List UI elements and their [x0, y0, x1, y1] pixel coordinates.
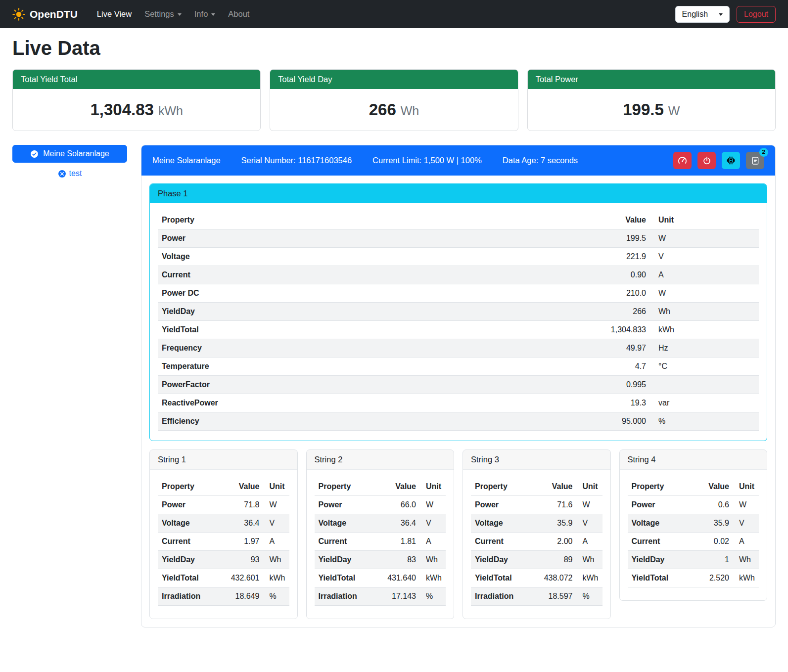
data-table: PropertyValueUnitPower66.0WVoltage36.4VC…: [315, 478, 446, 606]
value-cell: 93: [217, 551, 264, 569]
data-table: PropertyValueUnitPower71.6WVoltage35.9VC…: [471, 478, 603, 606]
property-cell: Current: [471, 533, 530, 551]
unit-cell: V: [264, 514, 289, 533]
unit-cell: A: [733, 533, 759, 551]
property-cell: Efficiency: [158, 412, 452, 431]
property-cell: PowerFactor: [158, 376, 452, 394]
nav-item-label: Info: [194, 9, 208, 19]
power-toggle-button[interactable]: [697, 152, 716, 169]
table-row: Voltage35.9V: [628, 514, 759, 533]
inverter-select-meine-solaranlage[interactable]: Meine Solaranlage: [12, 145, 127, 163]
table-row: Power66.0W: [315, 496, 446, 514]
property-cell: Current: [628, 533, 692, 551]
property-cell: Power: [471, 496, 530, 514]
device-info-button[interactable]: [722, 152, 740, 169]
table-header-row: PropertyValueUnit: [158, 211, 759, 229]
unit-cell: V: [420, 514, 446, 533]
unit-cell: kWh: [577, 569, 603, 587]
property-cell: YieldTotal: [471, 569, 530, 587]
event-log-button[interactable]: 2: [746, 152, 764, 169]
unit-cell: kWh: [733, 569, 759, 587]
string-card-title: String 1: [150, 450, 297, 470]
unit-cell: W: [264, 496, 289, 514]
summary-card-body: 199.5W: [528, 89, 775, 131]
table-row: PowerFactor0.995: [158, 376, 759, 394]
table-row: YieldDay266Wh: [158, 303, 759, 321]
unit-cell: kWh: [650, 321, 759, 339]
value-cell: 210.0: [452, 284, 650, 303]
logout-button[interactable]: Logout: [737, 6, 776, 23]
inverter-serial: Serial Number: 116171603546: [241, 156, 352, 165]
property-cell: Power: [628, 496, 692, 514]
value-cell: 199.5: [452, 229, 650, 248]
value-cell: 1.97: [217, 533, 264, 551]
column-header-value: Value: [452, 211, 650, 229]
table-row: Power0.6W: [628, 496, 759, 514]
column-header-property: Property: [158, 478, 217, 496]
value-cell: 0.02: [692, 533, 733, 551]
column-header-unit: Unit: [577, 478, 603, 496]
value-cell: 266: [452, 303, 650, 321]
string-card-1: String 1 PropertyValueUnitPower71.8WVolt…: [149, 449, 298, 619]
property-cell: Voltage: [315, 514, 374, 533]
value-cell: 95.000: [452, 412, 650, 431]
nav-item-info[interactable]: Info: [188, 5, 222, 23]
property-cell: YieldTotal: [158, 321, 452, 339]
chevron-down-icon: [178, 13, 182, 16]
table-row: YieldTotal1,304.833kWh: [158, 321, 759, 339]
inverter-data-age: Data Age: 7 seconds: [503, 156, 578, 165]
unit-cell: [650, 376, 759, 394]
summary-card-unit: Wh: [401, 104, 419, 118]
nav-item-live-view[interactable]: Live View: [91, 5, 138, 23]
column-header-unit: Unit: [650, 211, 759, 229]
cpu-icon: [726, 156, 736, 165]
table-header-row: PropertyValueUnit: [628, 478, 759, 496]
table-row: Voltage221.9V: [158, 248, 759, 266]
nav-item-label: About: [228, 9, 249, 19]
table-row: Voltage36.4V: [315, 514, 446, 533]
unit-cell: A: [650, 266, 759, 284]
value-cell: 1,304.833: [452, 321, 650, 339]
navbar-right: English Logout: [675, 6, 776, 23]
unit-cell: W: [650, 284, 759, 303]
value-cell: 19.3: [452, 394, 650, 412]
property-cell: Current: [158, 266, 452, 284]
data-table: PropertyValueUnitPower0.6WVoltage35.9VCu…: [628, 478, 759, 587]
language-select[interactable]: English: [675, 6, 730, 23]
table-row: Current2.00A: [471, 533, 603, 551]
inverter-select-test[interactable]: test: [12, 169, 127, 178]
table-row: YieldTotal2.520kWh: [628, 569, 759, 587]
power-limit-button[interactable]: [673, 152, 692, 169]
nav-item-about[interactable]: About: [222, 5, 256, 23]
string-table-1: PropertyValueUnitPower71.8WVoltage36.4VC…: [150, 470, 297, 619]
table-row: Efficiency95.000%: [158, 412, 759, 431]
table-row: YieldDay89Wh: [471, 551, 603, 569]
inverter-panel-body: Phase 1 PropertyValueUnitPower199.5WVolt…: [141, 176, 775, 627]
gauge-icon: [678, 156, 687, 165]
unit-cell: Wh: [264, 551, 289, 569]
column-header-value: Value: [530, 478, 577, 496]
column-header-value: Value: [373, 478, 420, 496]
property-cell: YieldDay: [158, 303, 452, 321]
property-cell: Irradiation: [471, 587, 530, 606]
value-cell: 18.649: [217, 587, 264, 606]
value-cell: 0.995: [452, 376, 650, 394]
property-cell: Voltage: [628, 514, 692, 533]
inverter-panel-header: Meine Solaranlage Serial Number: 1161716…: [141, 145, 775, 176]
table-row: Current1.97A: [158, 533, 289, 551]
brand[interactable]: OpenDTU: [12, 8, 78, 21]
column-header-unit: Unit: [733, 478, 759, 496]
value-cell: 17.143: [373, 587, 420, 606]
language-select-value: English: [682, 10, 708, 19]
inverter-sidebar: Meine Solaranlage test: [12, 145, 127, 178]
data-table: PropertyValueUnitPower199.5WVoltage221.9…: [158, 211, 759, 431]
value-cell: 2.520: [692, 569, 733, 587]
string-card-3: String 3 PropertyValueUnitPower71.6WVolt…: [463, 449, 611, 619]
property-cell: Current: [158, 533, 217, 551]
nav-item-settings[interactable]: Settings: [138, 5, 188, 23]
column-header-unit: Unit: [264, 478, 289, 496]
string-card-title: String 4: [620, 450, 767, 470]
column-header-value: Value: [692, 478, 733, 496]
unit-cell: V: [650, 248, 759, 266]
nav-links: Live View Settings Info About: [91, 5, 256, 23]
